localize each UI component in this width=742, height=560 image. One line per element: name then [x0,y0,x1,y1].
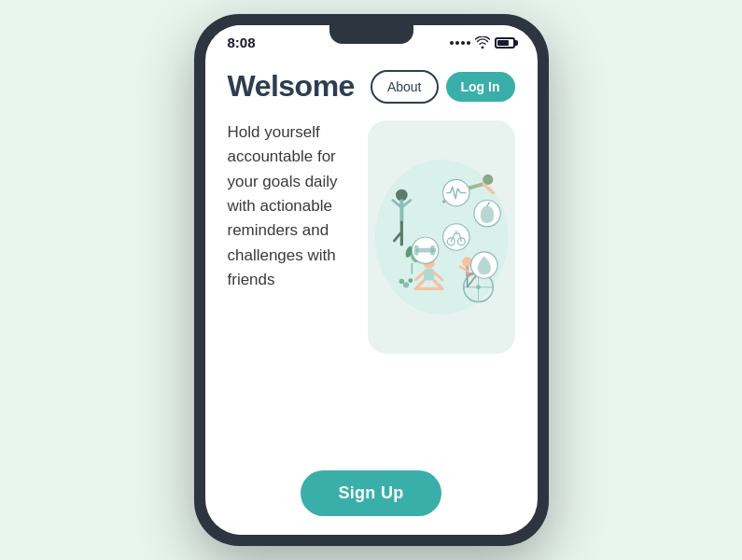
svg-rect-43 [430,245,435,256]
svg-rect-2 [424,269,434,281]
login-button[interactable]: Log In [446,72,515,102]
content-area: Welsome About Log In Hold yourself accou… [205,54,538,535]
phone-screen: 8:08 Wels [205,25,538,535]
about-button[interactable]: About [371,70,439,104]
svg-point-34 [442,224,469,250]
signup-container: Sign Up [228,470,515,516]
header-row: Welsome About Log In [228,69,515,104]
status-icons [450,36,515,49]
page-title: Welsome [228,69,355,104]
svg-point-45 [402,282,408,287]
svg-rect-42 [413,245,418,256]
battery-icon [495,37,515,49]
wifi-icon [475,36,490,49]
main-section: Hold yourself accountable for your goals… [228,120,515,455]
fitness-illustration [368,120,515,354]
signal-icon [450,41,470,45]
status-time: 8:08 [228,35,256,50]
header-buttons: About Log In [371,70,515,104]
svg-point-46 [399,279,404,285]
signup-button[interactable]: Sign Up [301,470,441,516]
tagline-text: Hold yourself accountable for your goals… [228,120,358,292]
notch [329,25,413,44]
phone-frame: 8:08 Wels [194,14,549,546]
svg-point-47 [408,278,413,283]
